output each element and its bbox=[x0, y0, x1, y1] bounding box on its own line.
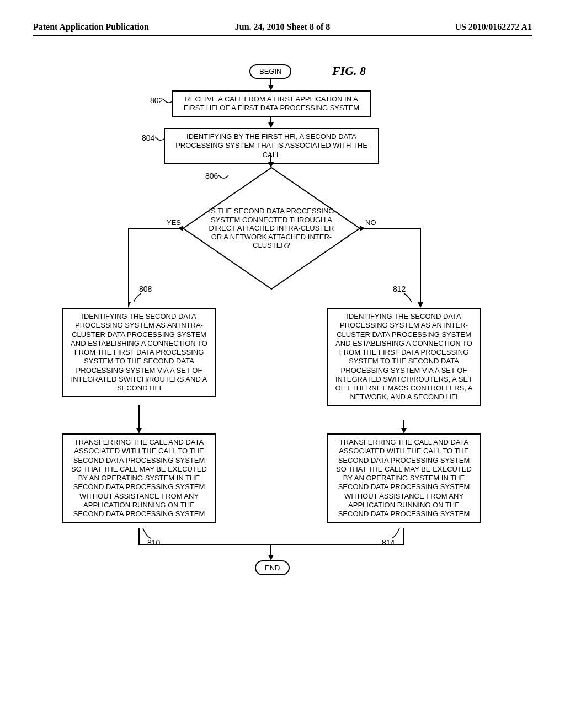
arrow-icon bbox=[268, 153, 274, 168]
svg-marker-1 bbox=[268, 85, 274, 90]
arrow-icon bbox=[268, 78, 274, 90]
svg-marker-16 bbox=[268, 555, 274, 560]
leader-icon bbox=[218, 174, 230, 183]
step-802: RECEIVE A CALL FROM A FIRST APPLICATION … bbox=[172, 90, 371, 117]
svg-marker-3 bbox=[268, 122, 274, 128]
connector-no bbox=[360, 225, 426, 308]
refnum-802: 802 bbox=[150, 96, 163, 105]
refnum-808: 808 bbox=[139, 285, 152, 293]
svg-marker-8 bbox=[178, 226, 183, 231]
step-810: TRANSFERRING THE CALL AND DATA ASSOCIATE… bbox=[62, 433, 216, 523]
decision-806: IS THE SECOND DATA PROCESSING SYSTEM CON… bbox=[183, 168, 360, 289]
header-right: US 2010/0162272 A1 bbox=[366, 22, 532, 32]
arrow-icon bbox=[268, 116, 274, 128]
figure-label: FIG. 8 bbox=[332, 64, 366, 78]
leader-icon bbox=[134, 293, 145, 302]
svg-marker-7 bbox=[128, 302, 131, 308]
header-left: Patent Application Publication bbox=[33, 22, 199, 32]
arrow-icon bbox=[136, 405, 142, 433]
svg-marker-10 bbox=[360, 226, 365, 231]
svg-marker-14 bbox=[401, 428, 407, 433]
refnum-812: 812 bbox=[393, 285, 406, 293]
arrow-icon bbox=[401, 420, 407, 433]
decision-text: IS THE SECOND DATA PROCESSING SYSTEM CON… bbox=[208, 207, 335, 250]
connector-merge bbox=[136, 528, 412, 561]
header-center: Jun. 24, 2010 Sheet 8 of 8 bbox=[199, 22, 365, 32]
svg-marker-5 bbox=[268, 162, 274, 168]
step-814: TRANSFERRING THE CALL AND DATA ASSOCIATE… bbox=[327, 433, 481, 523]
terminal-end: END bbox=[255, 560, 290, 575]
step-808: IDENTIFYING THE SECOND DATA PROCESSING S… bbox=[62, 308, 216, 397]
refnum-806: 806 bbox=[205, 172, 218, 180]
svg-marker-9 bbox=[418, 302, 423, 308]
page-header: Patent Application Publication Jun. 24, … bbox=[33, 22, 532, 36]
leader-icon bbox=[163, 97, 174, 106]
refnum-804: 804 bbox=[142, 133, 154, 142]
svg-marker-12 bbox=[136, 428, 142, 433]
leader-icon bbox=[155, 135, 166, 143]
leader-icon bbox=[404, 293, 415, 302]
step-812: IDENTIFYING THE SECOND DATA PROCESSING S… bbox=[327, 308, 481, 406]
terminal-begin: BEGIN bbox=[249, 64, 291, 79]
flowchart-canvas: FIG. 8 BEGIN RECEIVE A CALL FROM A FIRST… bbox=[34, 58, 531, 665]
